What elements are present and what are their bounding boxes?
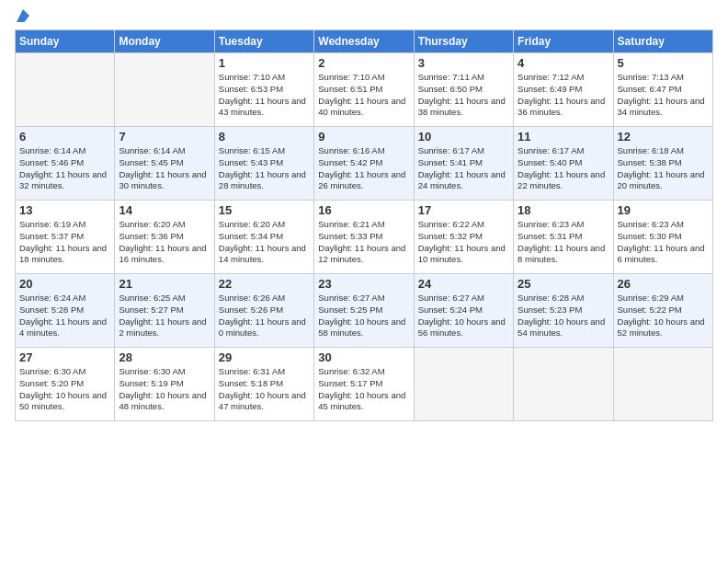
day-number: 2 — [318, 56, 409, 70]
day-info: Sunrise: 7:10 AM Sunset: 6:53 PM Dayligh… — [219, 72, 310, 119]
day-number: 27 — [19, 350, 110, 364]
day-number: 12 — [618, 130, 709, 144]
calendar-cell: 27Sunrise: 6:30 AM Sunset: 5:20 PM Dayli… — [16, 348, 115, 421]
calendar-header-row: SundayMondayTuesdayWednesdayThursdayFrid… — [16, 30, 713, 53]
calendar-cell: 7Sunrise: 6:14 AM Sunset: 5:45 PM Daylig… — [115, 127, 214, 201]
day-info: Sunrise: 6:21 AM Sunset: 5:33 PM Dayligh… — [318, 219, 409, 266]
calendar-cell: 9Sunrise: 6:16 AM Sunset: 5:42 PM Daylig… — [314, 127, 414, 201]
calendar-cell: 30Sunrise: 6:32 AM Sunset: 5:17 PM Dayli… — [314, 348, 414, 421]
day-info: Sunrise: 6:24 AM Sunset: 5:28 PM Dayligh… — [19, 293, 110, 339]
day-number: 13 — [19, 203, 110, 217]
day-number: 19 — [618, 203, 709, 217]
day-number: 5 — [618, 56, 709, 70]
day-info: Sunrise: 7:12 AM Sunset: 6:49 PM Dayligh… — [518, 72, 609, 119]
calendar-cell: 18Sunrise: 6:23 AM Sunset: 5:31 PM Dayli… — [514, 201, 613, 274]
day-info: Sunrise: 6:19 AM Sunset: 5:37 PM Dayligh… — [19, 219, 110, 266]
day-info: Sunrise: 7:13 AM Sunset: 6:47 PM Dayligh… — [618, 72, 709, 119]
day-number: 6 — [19, 130, 110, 144]
day-number: 14 — [119, 203, 210, 217]
calendar-week-row: 27Sunrise: 6:30 AM Sunset: 5:20 PM Dayli… — [16, 348, 713, 421]
calendar-cell: 17Sunrise: 6:22 AM Sunset: 5:32 PM Dayli… — [414, 201, 513, 274]
day-number: 21 — [119, 277, 210, 291]
calendar-cell — [115, 53, 214, 127]
day-info: Sunrise: 6:31 AM Sunset: 5:18 PM Dayligh… — [219, 366, 310, 413]
day-info: Sunrise: 6:20 AM Sunset: 5:34 PM Dayligh… — [219, 219, 310, 266]
day-info: Sunrise: 6:28 AM Sunset: 5:23 PM Dayligh… — [518, 293, 609, 339]
day-info: Sunrise: 6:30 AM Sunset: 5:20 PM Dayligh… — [19, 366, 110, 413]
calendar-cell — [514, 348, 613, 421]
calendar-cell: 14Sunrise: 6:20 AM Sunset: 5:36 PM Dayli… — [115, 201, 214, 274]
calendar-day-header: Monday — [115, 30, 214, 53]
day-number: 4 — [518, 56, 609, 70]
day-info: Sunrise: 6:17 AM Sunset: 5:41 PM Dayligh… — [418, 145, 509, 192]
day-info: Sunrise: 7:11 AM Sunset: 6:50 PM Dayligh… — [418, 72, 509, 119]
calendar-cell: 8Sunrise: 6:15 AM Sunset: 5:43 PM Daylig… — [214, 127, 313, 201]
day-info: Sunrise: 6:14 AM Sunset: 5:46 PM Dayligh… — [19, 145, 110, 192]
calendar-cell: 28Sunrise: 6:30 AM Sunset: 5:19 PM Dayli… — [115, 348, 214, 421]
day-info: Sunrise: 6:30 AM Sunset: 5:19 PM Dayligh… — [119, 366, 210, 413]
calendar-cell: 13Sunrise: 6:19 AM Sunset: 5:37 PM Dayli… — [16, 201, 115, 274]
day-info: Sunrise: 6:20 AM Sunset: 5:36 PM Dayligh… — [119, 219, 210, 266]
calendar-cell: 5Sunrise: 7:13 AM Sunset: 6:47 PM Daylig… — [613, 53, 712, 127]
logo-icon — [17, 9, 29, 22]
day-info: Sunrise: 6:18 AM Sunset: 5:38 PM Dayligh… — [618, 145, 709, 192]
calendar-cell: 24Sunrise: 6:27 AM Sunset: 5:24 PM Dayli… — [414, 274, 513, 348]
calendar-week-row: 20Sunrise: 6:24 AM Sunset: 5:28 PM Dayli… — [16, 274, 713, 348]
calendar-cell — [16, 53, 115, 127]
day-info: Sunrise: 6:22 AM Sunset: 5:32 PM Dayligh… — [418, 219, 509, 266]
day-number: 28 — [119, 350, 210, 364]
calendar-cell: 4Sunrise: 7:12 AM Sunset: 6:49 PM Daylig… — [514, 53, 613, 127]
day-info: Sunrise: 7:10 AM Sunset: 6:51 PM Dayligh… — [318, 72, 409, 119]
calendar-cell — [613, 348, 712, 421]
day-info: Sunrise: 6:23 AM Sunset: 5:30 PM Dayligh… — [618, 219, 709, 266]
day-info: Sunrise: 6:26 AM Sunset: 5:26 PM Dayligh… — [219, 293, 310, 339]
calendar-cell: 11Sunrise: 6:17 AM Sunset: 5:40 PM Dayli… — [514, 127, 613, 201]
day-info: Sunrise: 6:27 AM Sunset: 5:25 PM Dayligh… — [318, 293, 409, 339]
calendar-cell — [414, 348, 513, 421]
calendar: SundayMondayTuesdayWednesdayThursdayFrid… — [15, 29, 713, 421]
calendar-cell: 10Sunrise: 6:17 AM Sunset: 5:41 PM Dayli… — [414, 127, 513, 201]
calendar-week-row: 1Sunrise: 7:10 AM Sunset: 6:53 PM Daylig… — [16, 53, 713, 127]
day-number: 17 — [418, 203, 509, 217]
day-info: Sunrise: 6:29 AM Sunset: 5:22 PM Dayligh… — [618, 293, 709, 339]
day-info: Sunrise: 6:17 AM Sunset: 5:40 PM Dayligh… — [518, 145, 609, 192]
calendar-day-header: Saturday — [613, 30, 712, 53]
calendar-cell: 15Sunrise: 6:20 AM Sunset: 5:34 PM Dayli… — [214, 201, 313, 274]
day-info: Sunrise: 6:23 AM Sunset: 5:31 PM Dayligh… — [518, 219, 609, 266]
day-number: 29 — [219, 350, 310, 364]
calendar-day-header: Thursday — [414, 30, 513, 53]
calendar-cell: 22Sunrise: 6:26 AM Sunset: 5:26 PM Dayli… — [214, 274, 313, 348]
calendar-day-header: Friday — [514, 30, 613, 53]
calendar-week-row: 6Sunrise: 6:14 AM Sunset: 5:46 PM Daylig… — [16, 127, 713, 201]
day-info: Sunrise: 6:14 AM Sunset: 5:45 PM Dayligh… — [119, 145, 210, 192]
calendar-cell: 2Sunrise: 7:10 AM Sunset: 6:51 PM Daylig… — [314, 53, 414, 127]
day-number: 8 — [219, 130, 310, 144]
day-info: Sunrise: 6:32 AM Sunset: 5:17 PM Dayligh… — [318, 366, 409, 413]
day-number: 30 — [318, 350, 409, 364]
day-number: 25 — [518, 277, 609, 291]
day-info: Sunrise: 6:25 AM Sunset: 5:27 PM Dayligh… — [119, 293, 210, 339]
calendar-cell: 29Sunrise: 6:31 AM Sunset: 5:18 PM Dayli… — [214, 348, 313, 421]
day-number: 18 — [518, 203, 609, 217]
calendar-cell: 23Sunrise: 6:27 AM Sunset: 5:25 PM Dayli… — [314, 274, 414, 348]
calendar-cell: 6Sunrise: 6:14 AM Sunset: 5:46 PM Daylig… — [16, 127, 115, 201]
day-number: 3 — [418, 56, 509, 70]
day-info: Sunrise: 6:15 AM Sunset: 5:43 PM Dayligh… — [219, 145, 310, 192]
calendar-cell: 16Sunrise: 6:21 AM Sunset: 5:33 PM Dayli… — [314, 201, 414, 274]
calendar-day-header: Sunday — [16, 30, 115, 53]
calendar-cell: 3Sunrise: 7:11 AM Sunset: 6:50 PM Daylig… — [414, 53, 513, 127]
calendar-cell: 21Sunrise: 6:25 AM Sunset: 5:27 PM Dayli… — [115, 274, 214, 348]
calendar-cell: 12Sunrise: 6:18 AM Sunset: 5:38 PM Dayli… — [613, 127, 712, 201]
calendar-cell: 1Sunrise: 7:10 AM Sunset: 6:53 PM Daylig… — [214, 53, 313, 127]
day-info: Sunrise: 6:27 AM Sunset: 5:24 PM Dayligh… — [418, 293, 509, 339]
day-number: 22 — [219, 277, 310, 291]
day-number: 16 — [318, 203, 409, 217]
day-number: 24 — [418, 277, 509, 291]
day-info: Sunrise: 6:16 AM Sunset: 5:42 PM Dayligh… — [318, 145, 409, 192]
calendar-day-header: Wednesday — [314, 30, 414, 53]
day-number: 9 — [318, 130, 409, 144]
day-number: 20 — [19, 277, 110, 291]
calendar-day-header: Tuesday — [214, 30, 313, 53]
day-number: 11 — [518, 130, 609, 144]
day-number: 15 — [219, 203, 310, 217]
